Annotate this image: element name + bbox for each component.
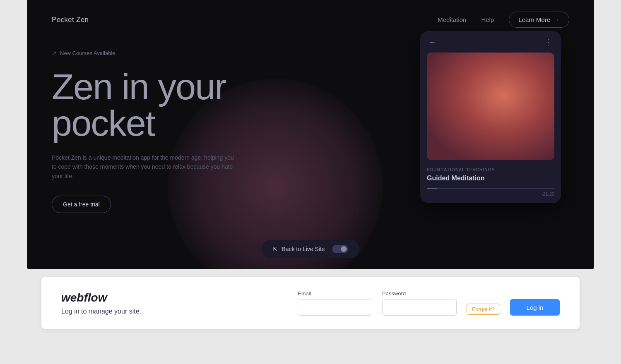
mockup-image: [427, 53, 554, 160]
password-label: Password: [382, 290, 457, 297]
hero-headline: Zen in your pocket: [52, 69, 234, 141]
mockup-category: FOUNDATIONAL TEACHINGS: [427, 168, 554, 172]
mockup-progress-bar: [427, 188, 554, 189]
arrow-icon: →: [554, 16, 560, 23]
headline-line2: pocket: [52, 103, 155, 144]
forgot-password-button[interactable]: Forgot it?: [467, 304, 500, 315]
password-input[interactable]: [382, 299, 457, 316]
nav-links: Meditation Help Learn More →: [438, 12, 569, 28]
hero-content: ↗ New Courses Available Zen in your pock…: [52, 50, 234, 213]
more-options-icon[interactable]: ⋮: [544, 38, 553, 47]
live-site-label: Back to Live Site: [282, 246, 325, 252]
password-field-group: Password: [382, 290, 457, 316]
hero-subtext: Pocket Zen is a unique meditation app fo…: [52, 153, 234, 181]
back-icon[interactable]: ←: [428, 38, 436, 47]
learn-more-button[interactable]: Learn More →: [509, 12, 569, 28]
headline-line1: Zen in your: [52, 66, 226, 107]
webflow-logo: webflow: [61, 291, 152, 304]
badge-label: New Courses Available: [60, 50, 115, 56]
email-field-group: Email: [298, 290, 372, 316]
webflow-tagline: Log in to manage your site.: [61, 308, 152, 315]
live-site-bar[interactable]: ⇱ Back to Live Site: [261, 240, 359, 258]
app-mockup: ← ⋮ FOUNDATIONAL TEACHINGS Guided Medita…: [420, 31, 561, 203]
webflow-brand: webflow Log in to manage your site.: [61, 291, 152, 315]
badge-icon: ↗: [52, 50, 57, 56]
new-courses-badge: ↗ New Courses Available: [52, 50, 234, 56]
mockup-time: -21:20: [427, 192, 554, 196]
hero-section: Pocket Zen Meditation Help Learn More → …: [27, 0, 594, 269]
email-input[interactable]: [298, 299, 372, 316]
mockup-progress-fill: [427, 188, 437, 189]
learn-more-label: Learn More: [518, 16, 550, 23]
webflow-login-section: webflow Log in to manage your site. Emai…: [41, 277, 580, 329]
mockup-image-gradient: [427, 53, 554, 160]
brand-logo: Pocket Zen: [52, 16, 89, 24]
login-button[interactable]: Log in: [510, 299, 560, 316]
email-label: Email: [298, 290, 372, 297]
toggle-knob: [341, 246, 347, 252]
mockup-topbar: ← ⋮: [427, 38, 554, 47]
get-free-trial-button[interactable]: Get a free trial: [52, 196, 111, 213]
nav-link-help[interactable]: Help: [481, 16, 494, 23]
webflow-form: Email Password Forgot it? Log in: [152, 290, 560, 316]
mockup-title: Guided Meditation: [427, 175, 554, 182]
nav-link-meditation[interactable]: Meditation: [438, 16, 466, 23]
live-site-toggle[interactable]: [332, 245, 348, 253]
live-site-icon: ⇱: [273, 246, 277, 252]
